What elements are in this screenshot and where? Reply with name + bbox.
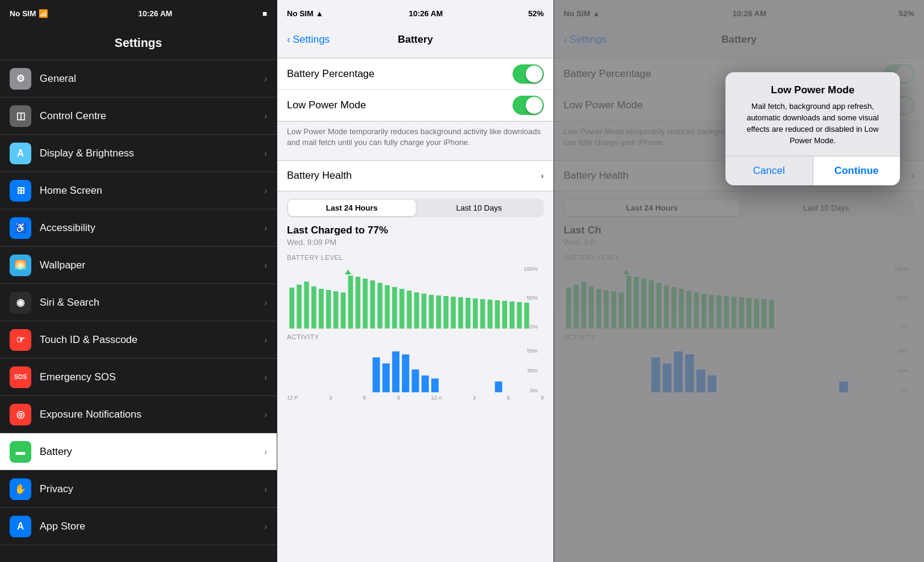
sidebar-chevron-exposure: › xyxy=(264,410,267,419)
activity-chart: 50m 30m 0m xyxy=(287,345,544,394)
sidebar-item-home-screen[interactable]: ⊞ Home Screen › xyxy=(0,172,277,209)
sidebar-item-control-centre[interactable]: ◫ Control Centre › xyxy=(0,97,277,135)
x-axis-labels: 12 P 3 6 9 12 A 3 6 9 xyxy=(287,395,544,401)
dialog-continue-button[interactable]: Continue xyxy=(813,156,901,185)
low-power-mode-toggle[interactable] xyxy=(513,96,544,115)
svg-rect-33 xyxy=(510,301,514,329)
sidebar-item-label-home-screen: Home Screen xyxy=(40,185,264,197)
svg-rect-41 xyxy=(383,363,390,392)
sidebar-item-label-battery: Battery xyxy=(40,446,264,458)
sidebar-chevron-general: › xyxy=(264,74,267,84)
battery-percentage-toggle[interactable] xyxy=(513,64,544,84)
battery-health-row[interactable]: Battery Health › xyxy=(277,160,553,191)
battery-glyph-1: ■ xyxy=(262,9,267,18)
svg-rect-9 xyxy=(333,291,338,329)
sidebar-item-siri-search[interactable]: ◉ Siri & Search › xyxy=(0,284,277,321)
tab-10days[interactable]: Last 10 Days xyxy=(416,200,543,216)
status-bar-1: No SIM 📶 10:26 AM ■ xyxy=(0,0,277,26)
svg-rect-8 xyxy=(326,290,331,329)
svg-text:30m: 30m xyxy=(527,368,538,374)
general-icon: ⚙ xyxy=(10,68,31,90)
sidebar-item-label-general: General xyxy=(40,73,264,85)
sidebar-item-privacy[interactable]: ✋ Privacy › xyxy=(0,471,277,508)
app-store-icon: A xyxy=(10,516,31,537)
battery-title-2: Battery xyxy=(398,34,433,46)
dialog-message: Mail fetch, background app refresh, auto… xyxy=(735,101,890,146)
dialog-cancel-button[interactable]: Cancel xyxy=(725,156,813,185)
svg-rect-25 xyxy=(451,297,455,329)
battery-icon-1: ■ xyxy=(262,9,267,18)
sidebar-chevron-control-centre: › xyxy=(264,111,267,121)
time-tabs: Last 24 Hours Last 10 Days xyxy=(287,199,544,217)
svg-rect-19 xyxy=(407,291,411,329)
carrier-wifi-1: No SIM 📶 xyxy=(10,9,48,18)
carrier-label-1: No SIM xyxy=(10,9,36,18)
battery-health-label: Battery Health xyxy=(287,170,541,182)
svg-rect-22 xyxy=(429,295,434,329)
charge-title: Last Charged to 77% xyxy=(287,224,544,236)
siri-search-icon: ◉ xyxy=(10,292,31,313)
svg-rect-20 xyxy=(414,292,419,329)
touch-id-icon: ☞ xyxy=(10,329,31,351)
carrier-2: No SIM ▲ xyxy=(287,9,324,18)
svg-rect-28 xyxy=(473,298,478,329)
svg-rect-30 xyxy=(487,300,492,329)
sidebar-item-battery[interactable]: ▬ Battery › xyxy=(0,433,277,471)
svg-rect-14 xyxy=(370,280,375,329)
sidebar-item-general[interactable]: ⚙ General › xyxy=(0,60,277,97)
sidebar-item-emergency-sos[interactable]: SOS Emergency SOS › xyxy=(0,359,277,396)
sidebar-chevron-emergency-sos: › xyxy=(264,372,267,382)
time-2: 10:26 AM xyxy=(408,9,443,18)
svg-rect-23 xyxy=(436,295,441,329)
svg-rect-16 xyxy=(385,285,390,329)
tab-24hours[interactable]: Last 24 Hours xyxy=(288,200,416,216)
sidebar-chevron-privacy: › xyxy=(264,484,267,494)
dialog-buttons: Cancel Continue xyxy=(725,156,900,185)
back-button-2[interactable]: ‹ Settings xyxy=(287,34,330,46)
time-1: 10:26 AM xyxy=(138,9,173,18)
sidebar-item-accessibility[interactable]: ♿ Accessibility › xyxy=(0,209,277,247)
svg-rect-11 xyxy=(348,276,353,329)
settings-title: Settings xyxy=(115,36,162,50)
battery-nav: ‹ Settings Battery xyxy=(277,26,553,53)
sidebar-chevron-home-screen: › xyxy=(264,186,267,196)
low-power-dialog: Low Power Mode Mail fetch, background ap… xyxy=(725,72,900,185)
svg-rect-29 xyxy=(480,299,485,329)
svg-rect-44 xyxy=(411,369,419,392)
battery-percentage-row[interactable]: Battery Percentage xyxy=(277,58,553,90)
battery-toggles-section: Battery Percentage Low Power Mode xyxy=(277,58,553,122)
svg-rect-46 xyxy=(431,378,439,392)
battery-pct-2: 52% xyxy=(528,9,544,18)
sidebar-item-label-app-store: App Store xyxy=(40,520,264,533)
svg-rect-40 xyxy=(372,357,380,392)
sidebar-item-wallpaper[interactable]: 🌅 Wallpaper › xyxy=(0,247,277,284)
svg-rect-45 xyxy=(422,375,429,392)
activity-chart-label: ACTIVITY xyxy=(287,333,544,341)
low-power-mode-row[interactable]: Low Power Mode xyxy=(277,90,553,121)
settings-nav-header: Settings xyxy=(0,26,277,60)
sidebar-item-touch-id[interactable]: ☞ Touch ID & Passcode › xyxy=(0,321,277,359)
battery-dialog-panel: No SIM ▲ 10:26 AM 52% ‹ Settings Battery… xyxy=(553,0,924,562)
sidebar-chevron-app-store: › xyxy=(264,522,267,531)
battery-content-2: Battery Percentage Low Power Mode Low Po… xyxy=(277,53,553,562)
sidebar-chevron-accessibility: › xyxy=(264,223,267,233)
sidebar-item-label-privacy: Privacy xyxy=(40,483,264,495)
svg-marker-36 xyxy=(345,270,351,274)
accessibility-icon: ♿ xyxy=(10,217,31,239)
battery-percentage-label: Battery Percentage xyxy=(287,68,513,80)
sidebar-item-app-store[interactable]: A App Store › xyxy=(0,508,277,545)
svg-text:0%: 0% xyxy=(530,324,538,330)
settings-panel: No SIM 📶 10:26 AM ■ Settings ⚙ General ›… xyxy=(0,0,277,562)
dialog-content: Low Power Mode Mail fetch, background ap… xyxy=(725,72,900,156)
sidebar-item-display-brightness[interactable]: A Display & Brightness › xyxy=(0,135,277,172)
svg-rect-15 xyxy=(377,283,382,329)
battery-icon: ▬ xyxy=(10,441,31,463)
svg-rect-5 xyxy=(304,282,309,329)
battery-level-chart-area: BATTERY LEVEL 100% 50% 0% xyxy=(277,254,553,401)
settings-list: ⚙ General › ◫ Control Centre › A Display… xyxy=(0,60,277,562)
wifi-icon-2: ▲ xyxy=(316,9,324,18)
svg-rect-42 xyxy=(392,351,399,392)
sidebar-item-exposure[interactable]: ◎ Exposure Notifications › xyxy=(0,396,277,433)
dialog-title: Low Power Mode xyxy=(735,84,890,96)
sidebar-chevron-wallpaper: › xyxy=(264,261,267,270)
